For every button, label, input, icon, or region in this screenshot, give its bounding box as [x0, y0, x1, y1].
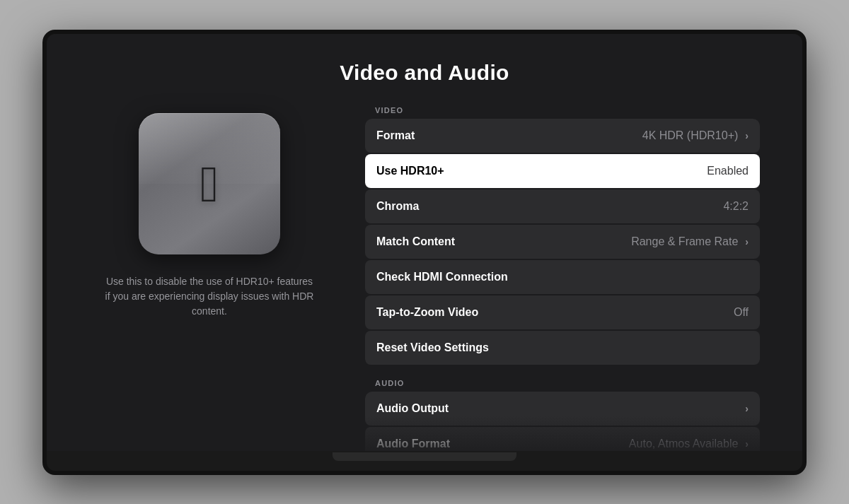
audio-output-chevron-icon: ›: [745, 403, 749, 414]
format-value: 4K HDR (HDR10+): [642, 129, 739, 142]
reset-video-item[interactable]: Reset Video Settings: [365, 331, 760, 365]
right-panel: VIDEO Format 4K HDR (HDR10+) › Use HDR10…: [365, 106, 760, 451]
audio-format-label: Audio Format: [376, 438, 629, 450]
apple-logo-icon: : [200, 158, 219, 209]
audio-output-label: Audio Output: [376, 402, 742, 415]
match-content-item[interactable]: Match Content Range & Frame Rate ›: [365, 225, 760, 259]
chroma-right: 4:2:2: [723, 200, 749, 213]
format-label: Format: [376, 129, 642, 142]
check-hdmi-item[interactable]: Check HDMI Connection: [365, 260, 760, 294]
audio-format-chevron-icon: ›: [745, 438, 749, 450]
reset-video-label: Reset Video Settings: [376, 341, 749, 354]
description-text: Use this to disable the use of HDR10+ fe…: [103, 274, 316, 319]
tap-zoom-label: Tap-to-Zoom Video: [376, 306, 734, 319]
match-content-chevron-icon: ›: [745, 236, 749, 247]
check-hdmi-label: Check HDMI Connection: [376, 271, 749, 283]
audio-settings-list: Audio Output › Audio Format Auto, Atmos …: [365, 392, 760, 451]
video-section-label: VIDEO: [365, 106, 760, 115]
audio-output-right: ›: [742, 403, 749, 414]
mac-mini-image: : [139, 113, 280, 254]
tv-display: Video and Audio  Use this to disable th…: [42, 30, 807, 475]
video-settings-group: VIDEO Format 4K HDR (HDR10+) › Use HDR10…: [365, 106, 760, 366]
format-right: 4K HDR (HDR10+) ›: [642, 129, 749, 142]
left-panel:  Use this to disable the use of HDR10+ …: [89, 106, 330, 451]
hdr10plus-value: Enabled: [707, 165, 749, 177]
tap-zoom-item[interactable]: Tap-to-Zoom Video Off: [365, 295, 760, 329]
tap-zoom-right: Off: [734, 306, 749, 319]
match-content-value: Range & Frame Rate: [631, 235, 738, 248]
audio-format-value: Auto, Atmos Available: [629, 438, 738, 450]
chroma-item[interactable]: Chroma 4:2:2: [365, 189, 760, 223]
content-area:  Use this to disable the use of HDR10+ …: [47, 106, 802, 451]
match-content-right: Range & Frame Rate ›: [631, 235, 749, 248]
format-chevron-icon: ›: [745, 130, 749, 141]
hdr10plus-right: Enabled: [707, 165, 749, 177]
audio-format-right: Auto, Atmos Available ›: [629, 438, 749, 450]
audio-settings-group: AUDIO Audio Output › Audio Format Auto, …: [365, 379, 760, 451]
audio-format-item[interactable]: Audio Format Auto, Atmos Available ›: [365, 427, 760, 451]
tv-stand: [333, 452, 516, 461]
chroma-value: 4:2:2: [723, 200, 749, 213]
match-content-label: Match Content: [376, 235, 631, 248]
tap-zoom-value: Off: [734, 306, 749, 319]
page-title: Video and Audio: [340, 61, 509, 85]
format-item[interactable]: Format 4K HDR (HDR10+) ›: [365, 119, 760, 153]
hdr10plus-item[interactable]: Use HDR10+ Enabled: [365, 154, 760, 188]
audio-section-label: AUDIO: [365, 379, 760, 387]
chroma-label: Chroma: [376, 200, 723, 213]
hdr10plus-label: Use HDR10+: [376, 165, 707, 177]
tv-screen: Video and Audio  Use this to disable th…: [47, 34, 802, 451]
video-settings-list: Format 4K HDR (HDR10+) › Use HDR10+ Enab…: [365, 119, 760, 366]
audio-output-item[interactable]: Audio Output ›: [365, 392, 760, 426]
